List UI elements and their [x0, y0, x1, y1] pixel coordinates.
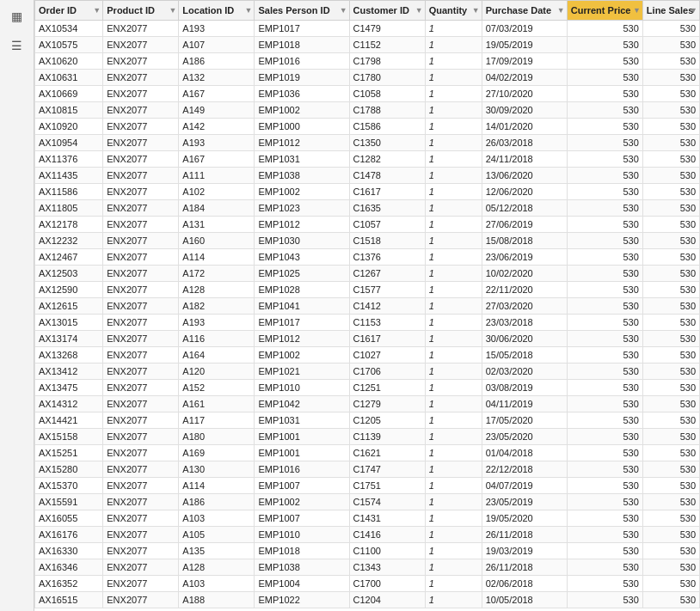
table-row[interactable]: AX15158ENX2077A180EMP1001C1139123/05/202… — [35, 429, 700, 445]
table-row[interactable]: AX13475ENX2077A152EMP1010C1251103/08/201… — [35, 380, 700, 396]
cell-product_id: ENX2077 — [103, 494, 179, 510]
cell-product_id: ENX2077 — [103, 266, 179, 282]
col-header-product_id[interactable]: Product ID▼ — [103, 1, 179, 21]
col-header-location_id[interactable]: Location ID▼ — [179, 1, 255, 21]
cell-current_price: 530 — [567, 135, 642, 151]
table-row[interactable]: AX16352ENX2077A103EMP1004C1700102/06/201… — [35, 576, 700, 592]
table-row[interactable]: AX10954ENX2077A193EMP1012C1350126/03/201… — [35, 135, 700, 151]
table-row[interactable]: AX11586ENX2077A102EMP1002C1617112/06/202… — [35, 184, 700, 200]
cell-quantity: 1 — [425, 184, 482, 200]
table-row[interactable]: AX10575ENX2077A107EMP1018C1152119/05/201… — [35, 37, 700, 53]
cell-line_sales: 530 — [642, 217, 699, 233]
table-row[interactable]: AX10620ENX2077A186EMP1016C1798117/09/201… — [35, 53, 700, 70]
table-row[interactable]: AX12615ENX2077A182EMP1041C1412127/03/202… — [35, 298, 700, 315]
table-row[interactable]: AX15280ENX2077A130EMP1016C1747122/12/201… — [35, 461, 700, 478]
col-header-customer_id[interactable]: Customer ID▼ — [349, 1, 425, 21]
cell-current_price: 530 — [567, 21, 642, 37]
cell-quantity: 1 — [425, 478, 482, 494]
table-row[interactable]: AX12178ENX2077A131EMP1012C1057127/06/201… — [35, 217, 700, 233]
table-row[interactable]: AX13174ENX2077A116EMP1012C1617130/06/202… — [35, 331, 700, 347]
cell-line_sales: 530 — [642, 429, 699, 445]
col-header-quantity[interactable]: Quantity▼ — [425, 1, 482, 21]
table-row[interactable]: AX10534ENX2077A193EMP1017C1479107/03/201… — [35, 21, 700, 37]
cell-line_sales: 530 — [642, 364, 699, 380]
table-row[interactable]: AX10920ENX2077A142EMP1000C1586114/01/202… — [35, 119, 700, 135]
filter-icon-purchase_date[interactable]: ▼ — [557, 6, 565, 15]
cell-current_price: 530 — [567, 266, 642, 282]
filter-icon-current_price[interactable]: ▼ — [633, 6, 641, 15]
cell-customer_id: C1586 — [349, 119, 425, 135]
col-header-order_id[interactable]: Order ID▼ — [35, 1, 103, 21]
filter-icon-customer_id[interactable]: ▼ — [415, 6, 423, 15]
table-row[interactable]: AX12232ENX2077A160EMP1030C1518115/08/201… — [35, 233, 700, 249]
cell-customer_id: C1478 — [349, 168, 425, 184]
table-row[interactable]: AX14421ENX2077A117EMP1031C1205117/05/202… — [35, 412, 700, 429]
cell-order_id: AX12467 — [35, 249, 103, 266]
col-header-purchase_date[interactable]: Purchase Date▼ — [482, 1, 567, 21]
cell-location_id: A186 — [179, 494, 255, 510]
filter-icon-quantity[interactable]: ▼ — [472, 6, 480, 15]
filter-icon-order_id[interactable]: ▼ — [93, 6, 101, 15]
table-row[interactable]: AX15251ENX2077A169EMP1001C1621101/04/201… — [35, 445, 700, 461]
cell-order_id: AX16330 — [35, 543, 103, 559]
cell-location_id: A182 — [179, 298, 255, 315]
table-row[interactable]: AX13268ENX2077A164EMP1002C1027115/05/201… — [35, 347, 700, 364]
table-row[interactable]: AX15370ENX2077A114EMP1007C1751104/07/201… — [35, 478, 700, 494]
table-row[interactable]: AX16515ENX2077A188EMP1022C1204110/05/201… — [35, 592, 700, 608]
table-row[interactable]: AX10669ENX2077A167EMP1036C1058127/10/202… — [35, 86, 700, 102]
filter-icon-location_id[interactable]: ▼ — [245, 6, 253, 15]
cell-quantity: 1 — [425, 364, 482, 380]
cell-location_id: A186 — [179, 53, 255, 70]
col-header-sales_person_id[interactable]: Sales Person ID▼ — [255, 1, 349, 21]
cell-current_price: 530 — [567, 461, 642, 478]
cell-line_sales: 530 — [642, 494, 699, 510]
cell-current_price: 530 — [567, 233, 642, 249]
cell-product_id: ENX2077 — [103, 347, 179, 364]
table-row[interactable]: AX11376ENX2077A167EMP1031C1282124/11/201… — [35, 151, 700, 168]
table-row[interactable]: AX11805ENX2077A184EMP1023C1635105/12/201… — [35, 200, 700, 217]
cell-sales_person_id: EMP1028 — [255, 282, 349, 298]
col-header-current_price[interactable]: Current Price▼ — [567, 1, 642, 21]
cell-order_id: AX10920 — [35, 119, 103, 135]
rows-icon[interactable]: ☰ — [8, 36, 27, 55]
table-row[interactable]: AX16346ENX2077A128EMP1038C1343126/11/201… — [35, 559, 700, 576]
table-icon[interactable]: ▦ — [8, 7, 27, 26]
table-row[interactable]: AX10631ENX2077A132EMP1019C1780104/02/201… — [35, 70, 700, 86]
table-row[interactable]: AX13412ENX2077A120EMP1021C1706102/03/202… — [35, 364, 700, 380]
table-body: AX10534ENX2077A193EMP1017C1479107/03/201… — [35, 21, 700, 608]
cell-location_id: A128 — [179, 559, 255, 576]
table-row[interactable]: AX15591ENX2077A186EMP1002C1574123/05/201… — [35, 494, 700, 510]
table-row[interactable]: AX11435ENX2077A111EMP1038C1478113/06/202… — [35, 168, 700, 184]
table-row[interactable]: AX13015ENX2077A193EMP1017C1153123/03/201… — [35, 315, 700, 331]
cell-line_sales: 530 — [642, 412, 699, 429]
cell-product_id: ENX2077 — [103, 217, 179, 233]
cell-current_price: 530 — [567, 429, 642, 445]
table-row[interactable]: AX16055ENX2077A103EMP1007C1431119/05/202… — [35, 510, 700, 527]
cell-order_id: AX10575 — [35, 37, 103, 53]
table-row[interactable]: AX16176ENX2077A105EMP1010C1416126/11/201… — [35, 527, 700, 543]
filter-icon-product_id[interactable]: ▼ — [169, 6, 176, 15]
table-wrapper: Order ID▼Product ID▼Location ID▼Sales Pe… — [34, 0, 700, 611]
cell-current_price: 530 — [567, 53, 642, 70]
col-header-line_sales[interactable]: Line Sales▼ — [642, 1, 699, 21]
table-row[interactable]: AX12467ENX2077A114EMP1043C1376123/06/201… — [35, 249, 700, 266]
cell-customer_id: C1635 — [349, 200, 425, 217]
cell-line_sales: 530 — [642, 461, 699, 478]
cell-sales_person_id: EMP1002 — [255, 102, 349, 119]
cell-location_id: A107 — [179, 37, 255, 53]
cell-order_id: AX16055 — [35, 510, 103, 527]
table-row[interactable]: AX12590ENX2077A128EMP1028C1577122/11/202… — [35, 282, 700, 298]
table-row[interactable]: AX10815ENX2077A149EMP1002C1788130/09/202… — [35, 102, 700, 119]
table-row[interactable]: AX14312ENX2077A161EMP1042C1279104/11/201… — [35, 396, 700, 412]
filter-icon-sales_person_id[interactable]: ▼ — [340, 6, 347, 15]
cell-customer_id: C1700 — [349, 576, 425, 592]
cell-order_id: AX13268 — [35, 347, 103, 364]
table-row[interactable]: AX16330ENX2077A135EMP1018C1100119/03/201… — [35, 543, 700, 559]
filter-icon-line_sales[interactable]: ▼ — [690, 6, 697, 15]
cell-quantity: 1 — [425, 37, 482, 53]
cell-current_price: 530 — [567, 396, 642, 412]
cell-product_id: ENX2077 — [103, 445, 179, 461]
cell-order_id: AX12503 — [35, 266, 103, 282]
table-row[interactable]: AX12503ENX2077A172EMP1025C1267110/02/202… — [35, 266, 700, 282]
cell-order_id: AX16176 — [35, 527, 103, 543]
